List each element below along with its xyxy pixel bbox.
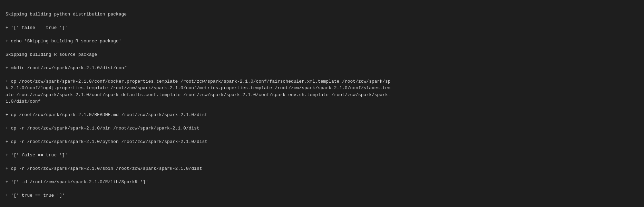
terminal-line: + '[' true == true ']': [6, 192, 638, 199]
terminal-line: + cp /root/zcw/spark/spark-2.1.0/README.…: [6, 112, 638, 118]
terminal-line: + '[' -d /root/zcw/spark/spark-2.1.0/R/l…: [6, 179, 638, 186]
terminal-line: + echo 'Skipping building R source packa…: [6, 38, 638, 45]
terminal-output: Skipping building python distribution pa…: [6, 4, 638, 207]
terminal-line: + '[' false == true ']': [6, 24, 638, 31]
terminal-line: + TARDIR_NAME=spark-2.1.0-bin-2.6.0-cdh5…: [6, 206, 638, 207]
terminal-line: Skipping building R source package: [6, 51, 638, 58]
terminal-line: + cp -r /root/zcw/spark/spark-2.1.0/sbin…: [6, 165, 638, 172]
terminal-line: + cp -r /root/zcw/spark/spark-2.1.0/pyth…: [6, 138, 638, 145]
terminal-line: + cp -r /root/zcw/spark/spark-2.1.0/bin …: [6, 125, 638, 132]
terminal-line: + '[' false == true ']': [6, 152, 638, 159]
terminal-line: Skipping building python distribution pa…: [6, 11, 638, 18]
terminal-line: + mkdir /root/zcw/spark/spark-2.1.0/dist…: [6, 65, 638, 72]
terminal-line: + cp /root/zcw/spark/spark-2.1.0/conf/do…: [6, 78, 638, 105]
